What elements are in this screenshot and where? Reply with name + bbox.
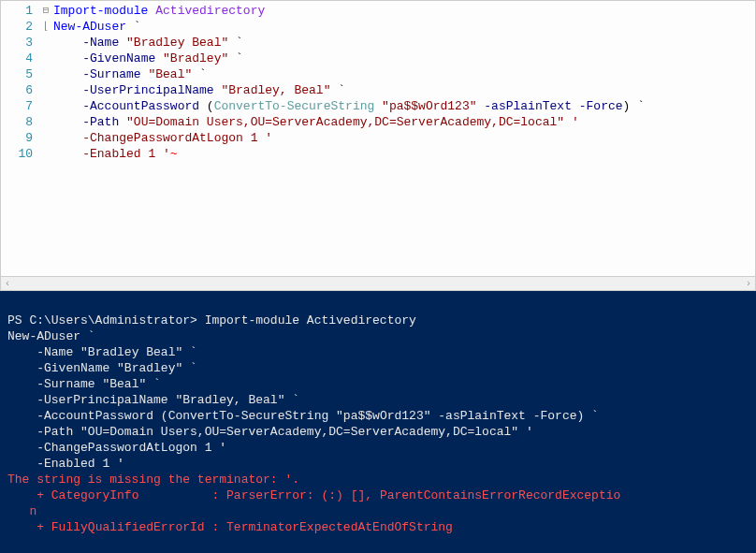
- console-blank-line: [7, 535, 749, 551]
- fold-column[interactable]: ⊟ ⌊: [38, 3, 53, 162]
- console-output-line: -Path "OU=Domain Users,OU=ServerAcademy,…: [7, 425, 533, 439]
- console-prompt: PS C:\Users\Administrator>: [7, 313, 205, 327]
- console-output-line: New-ADuser `: [7, 329, 95, 343]
- console-output-line: -UserPrincipalName "Bradley, Beal" `: [7, 393, 299, 407]
- console-output-line: -AccountPassword (ConvertTo-SecureString…: [7, 409, 599, 423]
- console-command: Import-module Activedirectory: [205, 313, 416, 327]
- console-output-line: -Enabled 1 ': [7, 457, 124, 471]
- console-output-line: -GivenName "Bradley" `: [7, 361, 197, 375]
- console-pane[interactable]: PS C:\Users\Administrator> Import-module…: [0, 291, 756, 553]
- console-error-line: + FullyQualifiedErrorId : TerminatorExpe…: [7, 520, 453, 534]
- console-output-line: -Surname "Beal" `: [7, 377, 161, 391]
- console-error-line: n: [7, 504, 36, 518]
- scroll-left-icon[interactable]: ‹: [5, 279, 10, 289]
- console-error-line: The string is missing the terminator: '.: [7, 473, 299, 487]
- console-output-line: -Name "Bradley Beal" `: [7, 345, 197, 359]
- code-text-area[interactable]: Import-module Activedirectory New-ADuser…: [53, 3, 755, 162]
- pane-divider[interactable]: ‹ ›: [0, 276, 756, 291]
- console-output-line: -ChangePasswordAtLogon 1 ': [7, 441, 226, 455]
- scroll-right-icon[interactable]: ›: [746, 279, 751, 289]
- console-error-line: + CategoryInfo : ParserError: (:) [], Pa…: [7, 488, 620, 502]
- script-editor-pane[interactable]: 1 2 3 4 5 6 7 8 9 10 ⊟ ⌊ Import-module A…: [0, 0, 756, 276]
- line-number-gutter: 1 2 3 4 5 6 7 8 9 10: [1, 3, 38, 162]
